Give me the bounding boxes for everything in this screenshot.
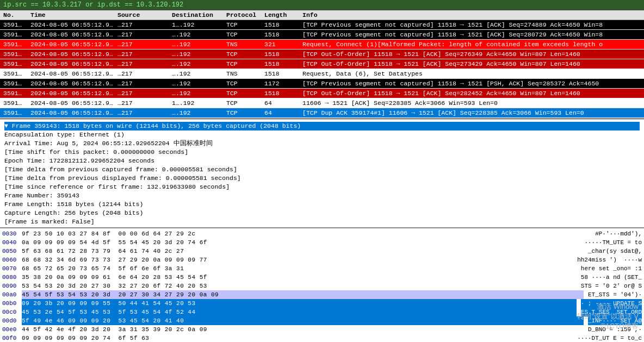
col-time: Time <box>29 11 116 19</box>
cell-dst: 1….192 <box>171 21 225 29</box>
table-row[interactable]: 3591… 2024-08-05 06:55:12.929709113 …217… <box>0 79 644 89</box>
col-source: Source <box>116 11 171 19</box>
table-row[interactable]: 3591… 2024-08-05 06:55:12.929652204 …217… <box>0 20 644 30</box>
detail-line: [Frame is marked: False] <box>4 217 640 226</box>
list-item: 0040 0a 09 09 09 09 54 4d 5f 55 54 45 20… <box>2 238 642 247</box>
hex-ascii: ET_STS = '04')· <box>588 290 642 299</box>
cell-info: [TCP Previous segment not captured] 1151… <box>301 79 642 88</box>
detail-line: [Time delta from previous displayed fram… <box>4 174 640 183</box>
cell-len: 1518 <box>263 60 301 68</box>
list-item: 00d0 5f 49 4e 46 09 09 09 20 53 45 54 20… <box>2 316 642 325</box>
cell-time: 2024-08-05 06:55:12.929658791 <box>29 50 116 58</box>
watermark-line1: 激活 Window <box>577 302 639 312</box>
list-item: 0030 9f 23 50 10 03 27 84 8f 00 00 6d 64… <box>2 229 642 238</box>
list-item: 00c0 45 53 2e 54 5f 53 45 53 5f 53 45 54… <box>2 308 642 316</box>
hex-bytes: 53 54 53 20 3d 20 27 30 32 27 20 6f 72 4… <box>22 282 577 290</box>
cell-proto: TCP <box>225 99 263 107</box>
hex-offset: 00f0 <box>2 334 22 342</box>
detail-line: [Time shift for this packet: 0.000000000… <box>4 148 640 157</box>
cell-proto: TCP <box>225 21 263 29</box>
cell-time: 2024-08-05 06:55:12.929652204 <box>29 21 116 29</box>
table-row[interactable]: 3591… 2024-08-05 06:55:12.929658791 …217… <box>0 49 644 59</box>
filter-bar[interactable]: ip.src == 10.3.3.217 or ip.dst == 10.3.1… <box>0 0 644 10</box>
cell-len: 1518 <box>263 89 301 97</box>
table-row[interactable]: 3591… 2024-08-05 06:55:12.929732204 …217… <box>0 89 644 98</box>
list-item: 00e0 44 5f 42 4e 4f 20 3d 20 3a 31 35 39… <box>2 325 642 334</box>
cell-dst: ….192 <box>171 109 225 117</box>
cell-proto: TCP <box>225 50 263 58</box>
hex-bytes: 68 68 32 34 6d 69 73 73 27 29 20 0a 09 0… <box>22 256 573 264</box>
detail-line: Frame Length: 1518 bytes (12144 bits) <box>4 200 640 209</box>
packet-list-header: No. Time Source Destination Protocol Len… <box>0 10 644 20</box>
hex-bytes: 45 53 2e 54 5f 53 45 53 5f 53 45 54 4f 5… <box>22 308 577 316</box>
cell-src: …217 <box>116 70 171 78</box>
cell-len: 64 <box>263 109 301 117</box>
cell-no: 3591… <box>2 89 29 97</box>
packet-list: No. Time Source Destination Protocol Len… <box>0 10 644 119</box>
col-dest: Destination <box>171 11 225 19</box>
table-row[interactable]: 3591… 2024-08-05 06:55:12.929676547 …217… <box>0 59 644 69</box>
cell-src: …217 <box>116 99 171 107</box>
detail-line: Epoch Time: 1722812112.929652204 seconds <box>4 157 640 165</box>
table-row[interactable]: 3591… 2024-08-05 06:55:12.931283105 …217… <box>0 108 644 118</box>
cell-proto: TNS <box>225 70 263 78</box>
cell-proto: TCP <box>225 30 263 39</box>
hex-bytes: 35 38 20 0a 09 09 09 61 6e 64 20 28 53 4… <box>22 273 577 282</box>
cell-no: 3591… <box>2 70 29 78</box>
cell-info: 11606 → 1521 [ACK] Seq=228385 Ack=3066 W… <box>301 99 642 107</box>
col-len: Length <box>263 11 301 19</box>
hex-bytes: 5f 63 68 61 72 28 73 79 64 61 74 40 2c 2… <box>22 247 584 256</box>
watermark-line3: ©1CTO博客 <box>577 321 639 331</box>
list-item: 00b0 09 20 3b 20 09 09 09 55 50 44 41 54… <box>2 299 642 308</box>
hex-ascii: 58 ····a nd (SET_ <box>581 273 642 282</box>
cell-no: 3591… <box>2 99 29 107</box>
cell-info: [TCP Out-Of-Order] 11518 → 1521 [ACK] Se… <box>301 50 642 58</box>
hex-offset: 00e0 <box>2 325 22 334</box>
table-row[interactable]: 3591… 2024-08-05 06:55:12.931272914 …217… <box>0 98 644 108</box>
cell-src: …217 <box>116 40 171 48</box>
cell-proto: TCP <box>225 89 263 97</box>
hex-offset: 00b0 <box>2 299 22 308</box>
detail-line: [Time since reference or first frame: 13… <box>4 183 640 191</box>
hex-bytes: 09 09 09 09 09 09 20 74 6f 5f 63 <box>22 334 573 342</box>
cell-dst: ….192 <box>171 70 225 78</box>
table-row[interactable]: 3591… 2024-08-05 06:55:12.929656176 …217… <box>0 40 644 49</box>
hex-ascii: ·····TM_UTE = to <box>584 238 642 247</box>
hex-bytes: 45 54 5f 53 54 53 20 3d 20 27 30 34 27 2… <box>22 290 584 299</box>
list-item: 00f0 09 09 09 09 09 09 20 74 6f 5f 63···… <box>2 334 642 342</box>
cell-dst: 1….192 <box>171 99 225 107</box>
cell-time: 2024-08-05 06:55:12.931272914 <box>29 99 116 107</box>
hex-offset: 0060 <box>2 256 22 264</box>
cell-no: 3591… <box>2 30 29 39</box>
cell-time: 2024-08-05 06:55:12.931283105 <box>29 109 116 117</box>
hex-ascii: here set _ono= :1 <box>581 264 642 273</box>
list-item: 0080 35 38 20 0a 09 09 09 61 6e 64 20 28… <box>2 273 642 282</box>
detail-frame-line: ▼ Frame 359143: 1518 bytes on wire (1214… <box>4 122 640 130</box>
cell-proto: TNS <box>225 40 263 48</box>
cell-time: 2024-08-05 06:55:12.929702061 <box>29 70 116 78</box>
detail-panel: ▼ Frame 359143: 1518 bytes on wire (1214… <box>0 120 644 228</box>
hex-panel: 0030 9f 23 50 10 03 27 84 8f 00 00 6d 64… <box>0 228 644 342</box>
cell-len: 1172 <box>263 79 301 88</box>
hex-offset: 00d0 <box>2 316 22 325</box>
cell-len: 1518 <box>263 50 301 58</box>
table-row[interactable]: 3591… 2024-08-05 06:55:12.929702061 …217… <box>0 69 644 79</box>
cell-dst: ….192 <box>171 30 225 39</box>
hex-offset: 0040 <box>2 238 22 247</box>
cell-src: …217 <box>116 89 171 97</box>
hex-ascii: _char(sy sdat@, <box>588 247 642 256</box>
list-item: 0070 68 65 72 65 20 73 65 74 5f 6f 6e 6f… <box>2 264 642 273</box>
cell-proto: TCP <box>225 60 263 68</box>
hex-ascii: hh24miss ') ····w <box>577 256 642 264</box>
cell-no: 3591… <box>2 40 29 48</box>
watermark-line2: 转到"设置"以激活 V <box>577 312 639 321</box>
table-row[interactable]: 3591… 2024-08-05 06:55:12.929656175 …217… <box>0 30 644 40</box>
bottom-panels: ▼ Frame 359143: 1518 bytes on wire (1214… <box>0 120 644 342</box>
cell-src: …217 <box>116 30 171 39</box>
cell-src: …217 <box>116 109 171 117</box>
cell-time: 2024-08-05 06:55:12.929676547 <box>29 60 116 68</box>
col-no: No. <box>2 11 29 19</box>
cell-time: 2024-08-05 06:55:12.929709113 <box>29 79 116 88</box>
detail-line: [Time delta from previous captured frame… <box>4 165 640 174</box>
cell-src: …217 <box>116 21 171 29</box>
